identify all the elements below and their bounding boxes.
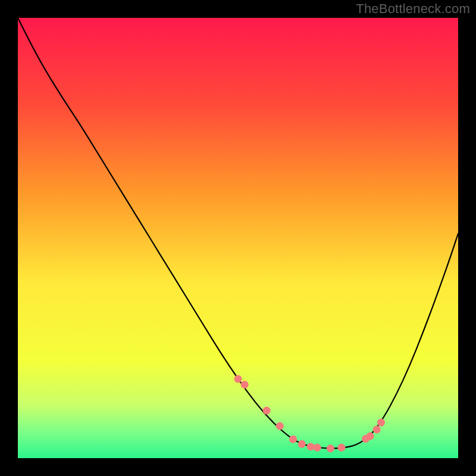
marker-dot	[276, 422, 284, 430]
marker-dot	[314, 444, 321, 452]
marker-dot	[289, 436, 297, 443]
chart-plot	[18, 18, 458, 458]
watermark-text: TheBottleneck.com	[356, 1, 470, 17]
marker-dot	[298, 440, 306, 448]
marker-dot	[327, 444, 334, 452]
marker-dot	[377, 419, 385, 427]
chart-stage: TheBottleneck.com	[0, 0, 476, 476]
marker-dot	[337, 444, 345, 452]
marker-dot	[373, 425, 381, 433]
chart-svg	[18, 18, 458, 458]
chart-background	[18, 18, 458, 458]
marker-dot	[234, 375, 242, 383]
marker-dot	[307, 443, 315, 450]
marker-dot	[367, 433, 374, 440]
marker-dot	[263, 407, 271, 415]
marker-dot	[241, 381, 249, 389]
